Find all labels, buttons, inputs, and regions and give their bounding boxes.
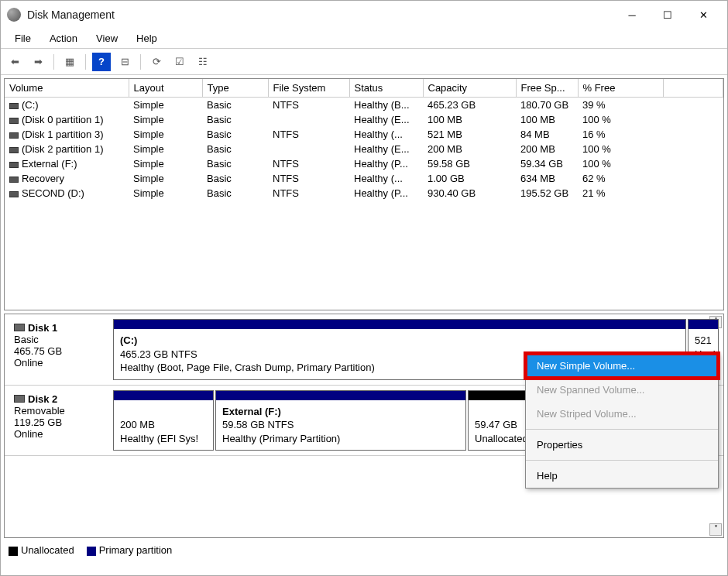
disk-icon bbox=[14, 324, 25, 331]
disk-1-size: 465.75 GB bbox=[14, 345, 105, 357]
settings-icon[interactable]: ⊟ bbox=[115, 53, 134, 71]
table-row[interactable]: RecoverySimpleBasicNTFSHealthy (...1.00 … bbox=[5, 171, 723, 186]
list-icon[interactable]: ☷ bbox=[194, 53, 212, 71]
small-part-line1: 521 bbox=[695, 334, 712, 346]
unalloc-status: Unallocated bbox=[475, 433, 528, 444]
col-volume[interactable]: Volume bbox=[5, 79, 129, 98]
menu-view[interactable]: View bbox=[87, 29, 127, 47]
unalloc-size: 59.47 GB bbox=[475, 419, 517, 430]
back-button[interactable]: ⬅ bbox=[5, 53, 24, 71]
efi-status: Healthy (EFI Sys! bbox=[120, 433, 198, 444]
partition-c-label: (C:) bbox=[120, 334, 137, 346]
volume-icon bbox=[9, 118, 19, 124]
disk-info-2: Disk 2 Removable 119.25 GB Online bbox=[9, 390, 110, 451]
col-status[interactable]: Status bbox=[349, 79, 423, 98]
forward-button[interactable]: ➡ bbox=[29, 53, 47, 71]
ctx-new-spanned-volume: New Spanned Volume... bbox=[526, 378, 718, 402]
disk-graphical-view: ˄ Disk 1 Basic 465.75 GB Online (C:) 465… bbox=[4, 314, 724, 538]
properties-icon[interactable]: ☑ bbox=[170, 53, 189, 71]
legend-unallocated: Unallocated bbox=[21, 544, 74, 556]
partition-c-size: 465.23 GB NTFS bbox=[120, 348, 197, 360]
disk-2-size: 119.25 GB bbox=[14, 417, 105, 428]
disk-1-title: Disk 1 bbox=[28, 322, 57, 334]
window-title: Disk Management bbox=[27, 9, 614, 21]
ext-f-label: External (F:) bbox=[222, 406, 281, 417]
minimize-button[interactable]: ─ bbox=[614, 3, 650, 26]
col-pct-free[interactable]: % Free bbox=[578, 79, 663, 98]
table-row[interactable]: (Disk 1 partition 3)SimpleBasicNTFSHealt… bbox=[5, 127, 723, 142]
volume-icon bbox=[9, 147, 19, 153]
table-row[interactable]: SECOND (D:)SimpleBasicNTFSHealthy (P...9… bbox=[5, 186, 723, 201]
partition-external-f[interactable]: External (F:) 59.58 GB NTFS Healthy (Pri… bbox=[215, 390, 466, 451]
ctx-new-simple-volume[interactable]: New Simple Volume... bbox=[526, 354, 718, 378]
menu-file[interactable]: File bbox=[5, 29, 40, 47]
title-bar: Disk Management ─ ☐ ✕ bbox=[1, 1, 727, 29]
table-row[interactable]: (Disk 2 partition 1)SimpleBasicHealthy (… bbox=[5, 142, 723, 156]
legend-swatch-unallocated bbox=[9, 547, 18, 556]
col-layout[interactable]: Layout bbox=[129, 79, 202, 98]
volume-icon bbox=[9, 103, 19, 109]
partition-efi[interactable]: 200 MB Healthy (EFI Sys! bbox=[113, 390, 214, 451]
disk-2-type: Removable bbox=[14, 405, 105, 417]
col-type[interactable]: Type bbox=[202, 79, 268, 98]
volume-icon bbox=[9, 177, 19, 183]
legend-swatch-primary bbox=[87, 547, 96, 556]
ctx-help[interactable]: Help bbox=[526, 464, 718, 488]
disk-2-title: Disk 2 bbox=[28, 393, 57, 405]
refresh-icon[interactable]: ⟳ bbox=[147, 53, 166, 71]
ctx-separator bbox=[526, 460, 718, 461]
legend-primary: Primary partition bbox=[99, 544, 173, 556]
ctx-new-striped-volume: New Striped Volume... bbox=[526, 402, 718, 426]
volume-list: Volume Layout Type File System Status Ca… bbox=[4, 78, 724, 310]
table-row[interactable]: External (F:)SimpleBasicNTFSHealthy (P..… bbox=[5, 156, 723, 171]
col-free-space[interactable]: Free Sp... bbox=[516, 79, 578, 98]
scroll-down-button[interactable]: ˅ bbox=[709, 523, 722, 536]
ctx-separator bbox=[526, 429, 718, 430]
partition-c-status: Healthy (Boot, Page File, Crash Dump, Pr… bbox=[120, 362, 375, 373]
column-header-row: Volume Layout Type File System Status Ca… bbox=[5, 79, 723, 98]
help-icon[interactable]: ? bbox=[92, 53, 111, 71]
menu-bar: File Action View Help bbox=[1, 29, 727, 49]
efi-size: 200 MB bbox=[120, 419, 155, 430]
disk-1-type: Basic bbox=[14, 334, 105, 345]
menu-action[interactable]: Action bbox=[40, 29, 87, 47]
show-hide-console-tree-button[interactable]: ▦ bbox=[60, 53, 79, 71]
disk-2-status: Online bbox=[14, 428, 105, 440]
context-menu: New Simple Volume... New Spanned Volume.… bbox=[525, 353, 719, 489]
disk-icon bbox=[14, 395, 25, 403]
disk-info-1: Disk 1 Basic 465.75 GB Online bbox=[9, 319, 110, 380]
toolbar: ⬅ ➡ ▦ ? ⊟ ⟳ ☑ ☷ bbox=[1, 49, 727, 75]
menu-help[interactable]: Help bbox=[127, 29, 167, 47]
volume-icon bbox=[9, 191, 19, 197]
ext-f-size: 59.58 GB NTFS bbox=[222, 419, 294, 430]
col-file-system[interactable]: File System bbox=[268, 79, 349, 98]
table-row[interactable]: (Disk 0 partition 1)SimpleBasicHealthy (… bbox=[5, 112, 723, 127]
col-capacity[interactable]: Capacity bbox=[423, 79, 516, 98]
table-row[interactable]: (C:)SimpleBasicNTFSHealthy (B...465.23 G… bbox=[5, 98, 723, 113]
ctx-properties[interactable]: Properties bbox=[526, 433, 718, 457]
legend: Unallocated Primary partition bbox=[1, 541, 727, 559]
close-button[interactable]: ✕ bbox=[685, 3, 721, 26]
volume-icon bbox=[9, 162, 19, 168]
volume-icon bbox=[9, 132, 19, 139]
maximize-button[interactable]: ☐ bbox=[650, 3, 685, 26]
app-icon bbox=[7, 8, 21, 22]
disk-1-status: Online bbox=[14, 357, 105, 369]
ext-f-status: Healthy (Primary Partition) bbox=[222, 433, 340, 444]
